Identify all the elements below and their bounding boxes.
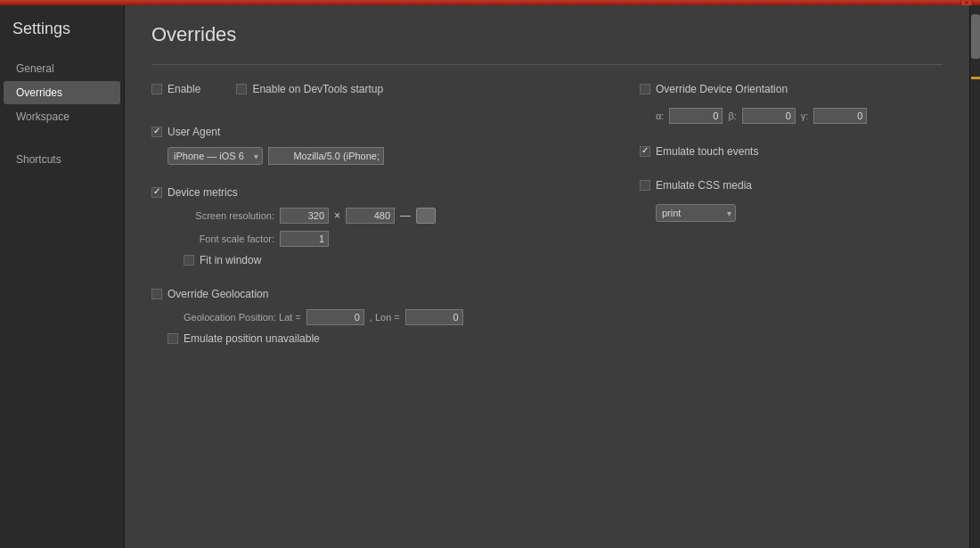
enable-startup-label[interactable]: Enable on DevTools startup xyxy=(252,83,383,95)
fit-in-window-checkbox[interactable] xyxy=(184,255,194,266)
orientation-label[interactable]: Override Device Orientation xyxy=(656,83,788,95)
css-media-select-wrapper-outer: print screen none xyxy=(656,204,943,222)
geolocation-inputs: Geolocation Position: Lat = , Lon = Emul… xyxy=(167,309,604,345)
emulate-unavailable-row: Emulate position unavailable xyxy=(167,332,604,345)
resolution-x: × xyxy=(334,209,340,222)
user-agent-header: User Agent xyxy=(151,126,604,138)
beta-input[interactable] xyxy=(742,108,796,124)
resolution-width-input[interactable] xyxy=(280,208,329,224)
touch-events-section: Emulate touch events xyxy=(640,145,943,158)
geolocation-label[interactable]: Override Geolocation xyxy=(167,288,268,300)
touch-events-checkbox[interactable] xyxy=(640,146,650,157)
user-agent-section: User Agent iPhone — iOS 6 iPad — iOS 6 A… xyxy=(151,126,604,165)
right-scrollbar[interactable] xyxy=(969,5,980,548)
device-select[interactable]: iPhone — iOS 6 iPad — iOS 6 Android 4 Cu… xyxy=(167,147,263,165)
sidebar-item-workspace[interactable]: Workspace xyxy=(4,105,120,128)
sidebar-item-general[interactable]: General xyxy=(4,57,120,80)
enable-row: Enable xyxy=(151,83,200,95)
app-container: Settings General Overrides Workspace Sho… xyxy=(0,5,980,548)
css-media-row: Emulate CSS media xyxy=(640,179,943,192)
alpha-input[interactable] xyxy=(669,108,723,124)
sidebar: Settings General Overrides Workspace Sho… xyxy=(0,5,125,548)
settings-title: Settings xyxy=(0,5,124,56)
device-metrics-label[interactable]: Device metrics xyxy=(167,186,238,199)
lon-input[interactable] xyxy=(405,309,463,325)
css-media-select[interactable]: print screen none xyxy=(656,204,736,222)
divider xyxy=(151,64,943,65)
css-media-section: Emulate CSS media print screen none xyxy=(640,179,943,222)
sidebar-item-overrides[interactable]: Overrides xyxy=(4,81,120,104)
css-media-checkbox[interactable] xyxy=(640,180,650,191)
geolocation-checkbox[interactable] xyxy=(151,289,162,299)
main-content: Overrides Enable Enable on DevTools star… xyxy=(125,5,969,548)
emulate-unavailable-checkbox[interactable] xyxy=(167,333,178,344)
scrollbar-track xyxy=(970,5,980,548)
touch-events-label[interactable]: Emulate touch events xyxy=(656,145,758,158)
sidebar-gap xyxy=(4,129,120,147)
alpha-label: α: xyxy=(656,110,664,121)
orientation-section: Override Device Orientation α: β: γ: xyxy=(640,83,943,124)
orientation-checkbox[interactable] xyxy=(640,84,650,94)
orientation-header-row: Override Device Orientation xyxy=(640,83,943,95)
sidebar-item-shortcuts[interactable]: Shortcuts xyxy=(4,148,120,171)
ua-string-input[interactable] xyxy=(268,147,384,165)
geolocation-header: Override Geolocation xyxy=(151,288,604,300)
resolution-height-input[interactable] xyxy=(346,208,395,224)
col-right: Override Device Orientation α: β: γ: xyxy=(640,83,943,366)
lat-input[interactable] xyxy=(306,309,364,325)
fit-in-window-label[interactable]: Fit in window xyxy=(200,254,261,266)
resolution-label: Screen resolution: xyxy=(167,210,274,221)
metrics-grid: Screen resolution: × — Font scale factor… xyxy=(167,208,604,266)
gamma-label: γ: xyxy=(801,110,809,121)
device-select-wrapper: iPhone — iOS 6 iPad — iOS 6 Android 4 Cu… xyxy=(167,147,263,165)
sidebar-nav: General Overrides Workspace Shortcuts xyxy=(0,57,124,171)
device-metrics-section: Device metrics Screen resolution: × — xyxy=(151,186,604,266)
gamma-input[interactable] xyxy=(813,108,867,124)
enable-label[interactable]: Enable xyxy=(167,83,200,95)
top-checkboxes: Enable Enable on DevTools startup xyxy=(151,83,604,108)
user-agent-checkbox[interactable] xyxy=(151,127,162,137)
lat-label: Geolocation Position: Lat = xyxy=(184,312,301,323)
enable-startup-row: Enable on DevTools startup xyxy=(236,83,383,95)
geo-position-row: Geolocation Position: Lat = , Lon = xyxy=(184,309,604,325)
resolution-row: Screen resolution: × — xyxy=(167,208,604,224)
device-metrics-header: Device metrics xyxy=(151,186,604,199)
font-scale-input[interactable] xyxy=(280,231,329,247)
lon-label: , Lon = xyxy=(370,312,400,323)
geolocation-section: Override Geolocation Geolocation Positio… xyxy=(151,288,604,345)
col-left: Enable Enable on DevTools startup User A… xyxy=(151,83,604,366)
resolution-dash: — xyxy=(400,209,411,222)
enable-checkbox[interactable] xyxy=(151,84,162,94)
css-media-label[interactable]: Emulate CSS media xyxy=(656,179,752,192)
user-agent-controls: iPhone — iOS 6 iPad — iOS 6 Android 4 Cu… xyxy=(167,147,604,165)
orientation-inputs: α: β: γ: xyxy=(656,108,943,124)
two-col-layout: Enable Enable on DevTools startup User A… xyxy=(151,83,943,366)
scroll-marker-5 xyxy=(971,77,980,79)
swap-button[interactable] xyxy=(416,208,436,224)
font-scale-row: Font scale factor: xyxy=(167,231,604,247)
page-title: Overrides xyxy=(151,23,943,46)
enable-startup-checkbox[interactable] xyxy=(236,84,247,94)
css-media-select-wrapper: print screen none xyxy=(656,204,736,222)
touch-events-row: Emulate touch events xyxy=(640,145,943,158)
beta-label: β: xyxy=(728,110,736,121)
device-metrics-checkbox[interactable] xyxy=(151,187,162,198)
font-scale-label: Font scale factor: xyxy=(167,233,274,244)
scrollbar-handle[interactable] xyxy=(971,14,980,59)
fit-in-window-row: Fit in window xyxy=(184,254,604,266)
user-agent-label[interactable]: User Agent xyxy=(167,126,220,138)
emulate-unavailable-label[interactable]: Emulate position unavailable xyxy=(184,332,320,345)
